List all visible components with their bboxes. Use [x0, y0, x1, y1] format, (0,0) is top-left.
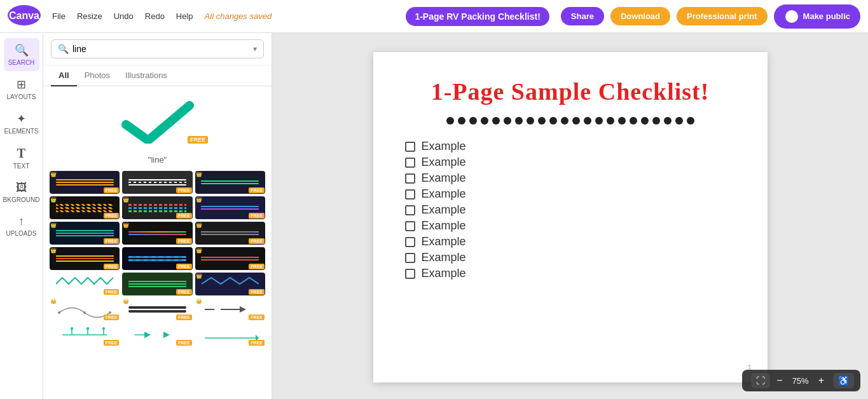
list-item[interactable]: 👑 FREE — [50, 298, 120, 321]
dot — [630, 117, 637, 125]
sidebar-item-elements[interactable]: ✦ ELEMENTS — [4, 107, 39, 140]
list-item[interactable]: FREE — [122, 323, 192, 346]
checkbox[interactable] — [405, 253, 415, 263]
item-text: Example — [422, 187, 466, 201]
dot — [538, 117, 546, 125]
free-badge: FREE — [104, 314, 120, 320]
make-public-button[interactable]: Make public — [774, 4, 860, 29]
pro-print-button[interactable]: Professional print — [677, 7, 768, 25]
list-item[interactable]: 👑 FREE — [50, 247, 120, 270]
search-input-wrap[interactable]: 🔍 ▾ — [51, 39, 264, 58]
sidebar-label-uploads: UPLOADS — [6, 230, 37, 237]
dot — [675, 117, 683, 125]
search-results-label: "line" — [50, 155, 265, 165]
list-item[interactable]: FREE — [122, 171, 192, 194]
menu-file[interactable]: File — [47, 8, 71, 24]
checkbox[interactable] — [405, 237, 415, 247]
sidebar-item-bkground[interactable]: 🖼 BKGROUND — [4, 176, 39, 208]
dot — [595, 117, 603, 125]
item-text: Example — [422, 219, 466, 233]
search-bar: 🔍 ▾ — [43, 33, 272, 65]
list-item[interactable]: 👑 FREE — [195, 171, 265, 194]
elements-grid: 👑 FREE FREE — [50, 171, 265, 346]
list-item[interactable]: 👑 FREE — [50, 222, 120, 245]
free-badge: FREE — [176, 314, 192, 320]
list-item: Example — [405, 235, 736, 248]
menu-help[interactable]: Help — [171, 8, 198, 24]
list-item[interactable]: 👑 FREE — [122, 196, 192, 219]
item-text: Example — [422, 172, 466, 185]
list-item[interactable]: 👑 FREE — [195, 247, 265, 270]
tab-illustrations[interactable]: Illustrations — [118, 65, 175, 86]
list-item[interactable]: FREE — [195, 323, 265, 346]
list-item[interactable]: FREE — [50, 323, 120, 346]
checkbox[interactable] — [405, 142, 415, 152]
chevron-down-icon[interactable]: ▾ — [253, 44, 257, 53]
list-item[interactable]: 👑 FREE — [195, 196, 265, 219]
free-badge: FREE — [249, 187, 265, 193]
checkbox[interactable] — [405, 269, 415, 279]
sidebar-item-search[interactable]: 🔍 SEARCH — [4, 38, 39, 71]
checkbox[interactable] — [405, 158, 415, 168]
dot — [652, 117, 660, 125]
free-badge: FREE — [249, 314, 265, 320]
checkbox[interactable] — [405, 173, 415, 184]
canva-logo[interactable]: Canva — [8, 5, 41, 28]
dot — [572, 117, 580, 125]
zoom-in-button[interactable]: + — [816, 374, 827, 388]
accessibility-button[interactable]: ♿ — [833, 373, 854, 388]
tab-photos[interactable]: Photos — [77, 65, 118, 86]
list-item[interactable]: 👑 FREE — [122, 298, 192, 321]
search-icon: 🔍 — [15, 43, 29, 57]
dot — [641, 117, 649, 125]
tab-all[interactable]: All — [51, 65, 77, 86]
svg-point-12 — [86, 327, 89, 330]
list-item[interactable]: 👑 FREE — [50, 196, 120, 219]
checkbox[interactable] — [405, 205, 415, 215]
canvas-area: 1-Page Sample Checklist! — [272, 33, 868, 399]
sidebar-item-layouts[interactable]: ⊞ LAYOUTS — [4, 72, 39, 105]
checkmark-preview[interactable]: FREE — [50, 93, 265, 150]
dot — [561, 117, 568, 125]
share-button[interactable]: Share — [561, 7, 604, 25]
dot — [458, 117, 465, 125]
checkbox[interactable] — [405, 221, 415, 231]
checklist-title: 1-Page Sample Checklist! — [405, 78, 736, 105]
sidebar-item-uploads[interactable]: ↑ UPLOADS — [4, 210, 39, 242]
free-badge: FREE — [249, 213, 265, 219]
menu-resize[interactable]: Resize — [72, 8, 107, 24]
elements-icon: ✦ — [17, 112, 26, 126]
list-item[interactable]: 👑 FREE — [50, 171, 120, 194]
dot — [687, 117, 694, 125]
sidebar: 🔍 SEARCH ⊞ LAYOUTS ✦ ELEMENTS T TEXT 🖼 B… — [0, 33, 43, 399]
dot — [664, 117, 672, 125]
item-text: Example — [422, 140, 466, 153]
free-badge: FREE — [176, 238, 192, 244]
zoom-out-button[interactable]: − — [774, 374, 785, 388]
sidebar-label-bkground: BKGROUND — [3, 196, 40, 203]
svg-marker-16 — [144, 332, 151, 338]
avatar — [784, 9, 799, 24]
sidebar-item-text[interactable]: T TEXT — [4, 141, 39, 175]
doc-title: 1-Page RV Packing Checklist! — [415, 11, 540, 22]
list-item[interactable]: 👑 FREE — [122, 222, 192, 245]
list-item[interactable]: 👑 FREE — [195, 222, 265, 245]
list-item[interactable]: 👑 FREE — [195, 273, 265, 295]
menu-undo[interactable]: Undo — [109, 8, 139, 24]
list-item[interactable]: FREE — [50, 273, 120, 295]
list-item[interactable]: 👑 FREE — [195, 298, 265, 321]
list-item[interactable]: FREE — [122, 273, 192, 295]
download-button[interactable]: Download — [610, 7, 670, 25]
item-text: Example — [422, 267, 466, 280]
free-badge: FREE — [176, 187, 192, 193]
dots-row — [405, 117, 736, 125]
svg-point-3 — [83, 311, 86, 314]
sidebar-label-search: SEARCH — [8, 59, 35, 66]
fullscreen-button[interactable]: ⛶ — [751, 373, 770, 388]
menu-redo[interactable]: Redo — [140, 8, 170, 24]
checkbox[interactable] — [405, 189, 415, 200]
list-item[interactable]: FREE — [122, 247, 192, 270]
search-input[interactable] — [72, 44, 249, 54]
free-badge: FREE — [249, 340, 265, 346]
dot — [527, 117, 534, 125]
